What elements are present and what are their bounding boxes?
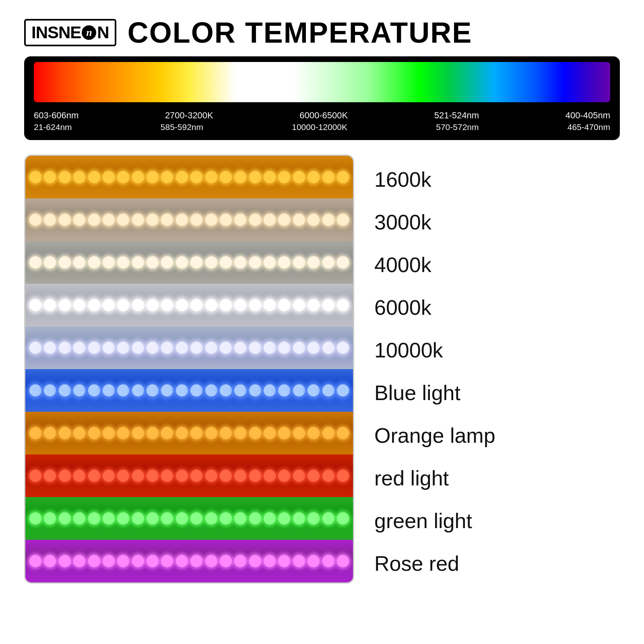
led-dot	[161, 512, 173, 524]
led-dot	[308, 171, 320, 183]
led-dot	[249, 256, 261, 268]
led-dot	[132, 555, 144, 567]
led-dot	[161, 256, 173, 268]
led-dot	[161, 171, 173, 183]
led-dot	[147, 512, 159, 524]
label-red-light: red light	[374, 457, 620, 500]
led-dot	[264, 384, 276, 396]
led-dot	[278, 427, 290, 439]
led-dot	[132, 342, 144, 354]
led-dot	[117, 555, 129, 567]
page-wrapper: INSNE n N COLOR TEMPERATURE 603-606nm 27…	[0, 0, 644, 644]
led-dot	[249, 342, 261, 354]
led-dot	[293, 512, 305, 524]
led-dot	[103, 470, 115, 482]
led-dot	[278, 512, 290, 524]
led-dot	[73, 171, 85, 183]
led-dot	[117, 512, 129, 524]
led-dot	[249, 299, 261, 311]
led-dot	[234, 214, 246, 226]
logo-circle: n	[82, 25, 96, 40]
dots-row-rose	[29, 555, 349, 567]
dots-row-6000k	[29, 299, 349, 311]
led-dot	[234, 299, 246, 311]
led-dot	[73, 299, 85, 311]
led-dot	[176, 342, 188, 354]
spec-label-10: 465-470nm	[568, 122, 610, 132]
led-dot	[59, 512, 71, 524]
led-dot	[205, 427, 217, 439]
led-strip-10000k	[25, 326, 353, 369]
led-strip-green	[25, 497, 353, 540]
led-dot	[29, 555, 41, 567]
led-dot	[176, 555, 188, 567]
led-dot	[176, 427, 188, 439]
led-dot	[293, 256, 305, 268]
header-section: INSNE n N COLOR TEMPERATURE	[24, 16, 620, 49]
dots-row-1600k	[29, 171, 349, 183]
led-dot	[234, 171, 246, 183]
led-dot	[117, 299, 129, 311]
led-dot	[308, 342, 320, 354]
led-dot	[190, 470, 202, 482]
led-dot	[117, 171, 129, 183]
labels-list: 1600k 3000k 4000k 6000k 10000k Blue ligh…	[374, 155, 620, 585]
led-dot	[337, 512, 349, 524]
led-dot	[103, 512, 115, 524]
led-dot	[132, 256, 144, 268]
label-4000k: 4000k	[374, 244, 620, 287]
led-dot	[59, 214, 71, 226]
led-dot	[73, 470, 85, 482]
label-orange-lamp: Orange lamp	[374, 415, 620, 457]
label-3000k: 3000k	[374, 201, 620, 244]
led-dot	[205, 470, 217, 482]
led-dot	[264, 214, 276, 226]
led-dot	[278, 470, 290, 482]
led-dot	[220, 470, 232, 482]
led-dot	[117, 470, 129, 482]
led-dot	[88, 214, 100, 226]
led-dot	[59, 470, 71, 482]
led-strip-blue	[25, 369, 353, 412]
led-dot	[322, 214, 334, 226]
led-strip-6000k	[25, 284, 353, 326]
led-dot	[249, 555, 261, 567]
led-dot	[73, 427, 85, 439]
led-dot	[249, 384, 261, 396]
page-title: COLOR TEMPERATURE	[128, 16, 473, 49]
led-dot	[147, 384, 159, 396]
spectrum-row2: 21-624nm 585-592nm 10000-12000K 570-572n…	[34, 122, 610, 132]
led-dot	[103, 342, 115, 354]
led-dot	[88, 512, 100, 524]
led-dot	[278, 171, 290, 183]
main-content: 1600k 3000k 4000k 6000k 10000k Blue ligh…	[24, 155, 620, 585]
led-dot	[29, 214, 41, 226]
logo-circle-letter: n	[86, 27, 92, 39]
led-dot	[322, 427, 334, 439]
led-dot	[190, 171, 202, 183]
label-10000k: 10000k	[374, 329, 620, 372]
led-dot	[88, 555, 100, 567]
led-dot	[308, 214, 320, 226]
led-dot	[322, 256, 334, 268]
led-dot	[29, 342, 41, 354]
dots-row-3000k	[29, 214, 349, 226]
led-dot	[190, 256, 202, 268]
led-dot	[322, 342, 334, 354]
label-6000k: 6000k	[374, 287, 620, 329]
led-dot	[176, 299, 188, 311]
label-1600k: 1600k	[374, 159, 620, 201]
led-strip-4000k	[25, 241, 353, 284]
led-dot	[132, 384, 144, 396]
led-dot	[220, 171, 232, 183]
led-dot	[337, 214, 349, 226]
led-dot	[293, 342, 305, 354]
led-dot	[278, 555, 290, 567]
label-green-light: green light	[374, 500, 620, 543]
spectrum-row1: 603-606nm 2700-3200K 6000-6500K 521-524n…	[34, 110, 610, 121]
led-dot	[337, 470, 349, 482]
spec-label-1: 603-606nm	[34, 110, 78, 121]
led-dot	[337, 342, 349, 354]
dots-row-blue	[29, 384, 349, 396]
led-dot	[308, 512, 320, 524]
